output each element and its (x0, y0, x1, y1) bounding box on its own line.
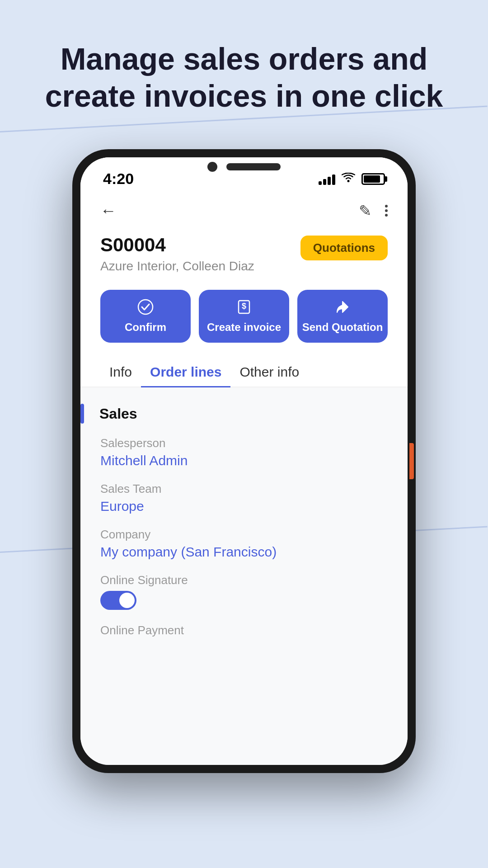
side-button (409, 443, 414, 479)
send-quotation-label: Send Quotation (302, 321, 383, 334)
phone-screen: 4:20 (80, 157, 408, 765)
tab-other-info[interactable]: Other info (230, 358, 308, 387)
headline-text2: create invoices in one click (45, 79, 443, 113)
salesperson-label: Salesperson (100, 436, 388, 450)
status-icons (319, 172, 385, 186)
create-invoice-button[interactable]: $ Create invoice (199, 290, 289, 343)
field-salesperson: Salesperson Mitchell Admin (100, 436, 388, 468)
wifi-icon (342, 172, 355, 186)
create-invoice-label: Create invoice (207, 321, 281, 334)
order-customer: Azure Interior, Colleen Diaz (100, 259, 300, 274)
toggle-container (100, 591, 388, 610)
section-title: Sales (100, 404, 388, 424)
send-quotation-button[interactable]: Send Quotation (297, 290, 388, 343)
more-options-icon[interactable] (385, 203, 388, 218)
status-time: 4:20 (103, 170, 134, 188)
online-payment-label: Online Payment (100, 623, 388, 637)
headline-text: Manage sales orders and (61, 42, 428, 76)
confirm-icon (137, 299, 154, 317)
quotations-badge: Quotations (300, 236, 388, 260)
toggle-knob (119, 593, 135, 608)
online-signature-toggle[interactable] (100, 591, 136, 610)
battery-fill (364, 175, 380, 183)
svg-point-0 (347, 180, 350, 182)
field-online-signature: Online Signature (100, 573, 388, 610)
field-sales-team: Sales Team Europe (100, 482, 388, 514)
signal-icon (319, 173, 335, 185)
edit-icon[interactable]: ✎ (359, 202, 371, 220)
tab-order-lines[interactable]: Order lines (141, 358, 230, 387)
header-actions: ✎ (359, 202, 388, 220)
phone-mockup: 4:20 (72, 149, 416, 773)
online-signature-label: Online Signature (100, 573, 388, 587)
phone-camera (207, 162, 217, 172)
sales-team-label: Sales Team (100, 482, 388, 496)
company-label: Company (100, 528, 388, 542)
salesperson-value[interactable]: Mitchell Admin (100, 453, 388, 468)
confirm-label: Confirm (125, 321, 166, 334)
headline: Manage sales orders and create invoices … (0, 41, 488, 114)
sales-team-value[interactable]: Europe (100, 499, 388, 514)
field-online-payment: Online Payment (100, 623, 388, 637)
field-company: Company My company (San Francisco) (100, 528, 388, 560)
phone-speaker (226, 163, 281, 170)
tab-info[interactable]: Info (100, 358, 141, 387)
section-title-text: Sales (99, 406, 137, 422)
order-info: S00004 Azure Interior, Colleen Diaz Quot… (80, 229, 408, 283)
create-invoice-icon: $ (236, 299, 252, 317)
phone-top-bar (207, 162, 281, 172)
company-value[interactable]: My company (San Francisco) (100, 544, 388, 560)
confirm-button[interactable]: Confirm (100, 290, 191, 343)
app-header: ← ✎ (80, 192, 408, 229)
back-button[interactable]: ← (100, 201, 117, 220)
send-quotation-icon (334, 299, 351, 317)
action-buttons: Confirm $ Create invoice (80, 283, 408, 354)
svg-point-1 (138, 300, 153, 314)
battery-icon (361, 173, 385, 185)
order-number: S00004 (100, 234, 300, 256)
order-details: S00004 Azure Interior, Colleen Diaz (100, 234, 300, 274)
section-indicator (80, 404, 84, 424)
sales-section: Sales Salesperson Mitchell Admin Sales T… (80, 387, 408, 660)
content-area: Sales Salesperson Mitchell Admin Sales T… (80, 387, 408, 765)
tabs: Info Order lines Other info (80, 354, 408, 387)
page-background: Manage sales orders and create invoices … (0, 0, 488, 868)
svg-text:$: $ (242, 302, 246, 311)
